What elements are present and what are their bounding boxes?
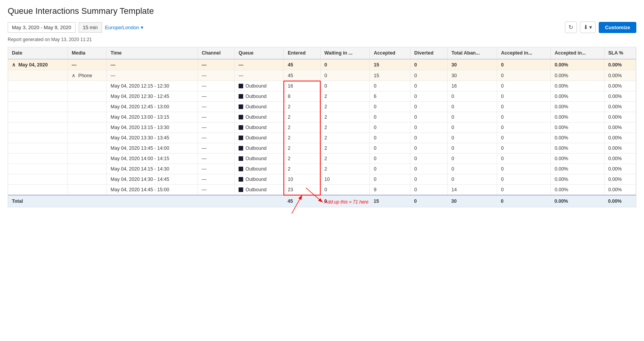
detail-channel-cell: — [198,164,234,174]
group-queue-cell: — [234,59,283,70]
queue-name-label: Outbound [245,125,267,130]
dropdown-arrow-icon: ▾ [589,24,592,31]
interval-selector[interactable]: 15 min [79,22,102,33]
detail-diverted-cell: 0 [410,164,448,174]
detail-time-cell: May 04, 2020 13:45 - 14:00 [107,143,198,154]
page-title: Queue Interactions Summary Template [8,6,636,16]
detail-queue-cell: Outbound [234,81,283,91]
detail-time-cell: May 04, 2020 13:00 - 13:15 [107,112,198,122]
detail-waiting-cell: 2 [320,112,370,122]
table-row: May 04, 2020 14:00 - 14:15 — Outbound 2 … [8,154,636,164]
detail-entered-cell: 16 [284,81,321,91]
detail-acc-in1-cell: 0 [497,185,551,195]
detail-sla-cell: 0.00% [604,102,636,112]
media-entered-cell: 45 [284,70,321,81]
detail-total-aban-cell: 0 [448,154,497,164]
detail-waiting-cell: 2 [320,143,370,154]
detail-time-cell: May 04, 2020 13:30 - 13:45 [107,133,198,143]
detail-waiting-cell: 0 [320,185,370,195]
expand-icon[interactable]: ∧ [72,73,76,78]
detail-channel-cell: — [198,185,234,195]
footer-acc-in2: 0.00% [551,195,604,207]
detail-date-cell [8,81,68,91]
detail-queue-cell: Outbound [234,112,283,122]
media-date-cell [8,70,68,81]
media-acc-in2-cell: 0.00% [551,70,604,81]
media-label: Phone [78,73,92,78]
detail-acc-in2-cell: 0.00% [551,102,604,112]
table-wrapper[interactable]: Date Media Time Channel Queue Entered Wa… [8,47,636,207]
footer-sla: 0.00% [604,195,636,207]
detail-accepted-cell: 0 [370,102,410,112]
footer-queue [234,195,283,207]
detail-channel-cell: — [198,112,234,122]
table-row: May 04, 2020 13:00 - 13:15 — Outbound 2 … [8,112,636,122]
table-row: May 04, 2020 12:15 - 12:30 — Outbound 16… [8,81,636,91]
queue-name-label: Outbound [245,187,267,192]
detail-time-cell: May 04, 2020 14:00 - 14:15 [107,154,198,164]
group-date-cell: ∧ May 04, 2020 [8,59,68,70]
refresh-button[interactable]: ↻ [565,22,577,33]
data-table: Date Media Time Channel Queue Entered Wa… [8,47,636,207]
expand-icon[interactable]: ∧ [12,62,16,68]
footer-waiting: 0 [320,195,370,207]
queue-name-label: Outbound [245,177,267,182]
col-entered: Entered [284,47,321,59]
detail-sla-cell: 0.00% [604,185,636,195]
col-queue: Queue [234,47,283,59]
queue-color-icon [239,146,243,151]
detail-sla-cell: 0.00% [604,174,636,185]
download-button[interactable]: ⬇ ▾ [580,22,596,33]
queue-name-label: Outbound [245,114,267,120]
report-generated-label: Report generated on May 13, 2020 11:21 [8,37,636,42]
detail-time-cell: May 04, 2020 12:30 - 12:45 [107,91,198,102]
detail-accepted-cell: 0 [370,122,410,133]
timezone-selector[interactable]: Europe/London ▾ [105,25,143,30]
media-time-cell: — [107,70,198,81]
detail-diverted-cell: 0 [410,174,448,185]
customize-button[interactable]: Customize [599,22,636,33]
detail-time-cell: May 04, 2020 14:30 - 14:45 [107,174,198,185]
footer-total-aban: 30 [448,195,497,207]
col-sla: SLA % [604,47,636,59]
queue-color-icon [239,84,243,88]
group-diverted-cell: 0 [410,59,448,70]
detail-channel-cell: — [198,102,234,112]
detail-sla-cell: 0.00% [604,133,636,143]
detail-total-aban-cell: 0 [448,164,497,174]
timezone-label: Europe/London [105,25,139,30]
detail-acc-in2-cell: 0.00% [551,154,604,164]
detail-sla-cell: 0.00% [604,122,636,133]
detail-total-aban-cell: 0 [448,133,497,143]
detail-acc-in2-cell: 0.00% [551,91,604,102]
detail-entered-cell: 2 [284,143,321,154]
detail-diverted-cell: 0 [410,102,448,112]
detail-acc-in1-cell: 0 [497,112,551,122]
footer-media [68,195,107,207]
refresh-icon: ↻ [568,24,573,31]
detail-acc-in2-cell: 0.00% [551,174,604,185]
detail-total-aban-cell: 0 [448,102,497,112]
detail-time-cell: May 04, 2020 14:45 - 15:00 [107,185,198,195]
detail-media-cell [68,185,107,195]
detail-acc-in1-cell: 0 [497,81,551,91]
detail-entered-cell: 8 [284,91,321,102]
table-row: May 04, 2020 12:30 - 12:45 — Outbound 8 … [8,91,636,102]
detail-date-cell [8,122,68,133]
detail-acc-in2-cell: 0.00% [551,133,604,143]
detail-queue-cell: Outbound [234,122,283,133]
media-queue-cell: — [234,70,283,81]
media-acc-in1-cell: 0 [497,70,551,81]
detail-diverted-cell: 0 [410,122,448,133]
detail-waiting-cell: 2 [320,154,370,164]
date-range-selector[interactable]: May 3, 2020 - May 9, 2020 [8,22,76,33]
table-header-row: Date Media Time Channel Queue Entered Wa… [8,47,636,59]
detail-acc-in2-cell: 0.00% [551,143,604,154]
table-row: May 04, 2020 14:45 - 15:00 — Outbound 23… [8,185,636,195]
detail-acc-in2-cell: 0.00% [551,122,604,133]
footer-label: Total [8,195,68,207]
toolbar: May 3, 2020 - May 9, 2020 15 min Europe/… [8,22,636,33]
queue-color-icon [239,94,243,99]
queue-color-icon [239,167,243,171]
queue-color-icon [239,125,243,130]
